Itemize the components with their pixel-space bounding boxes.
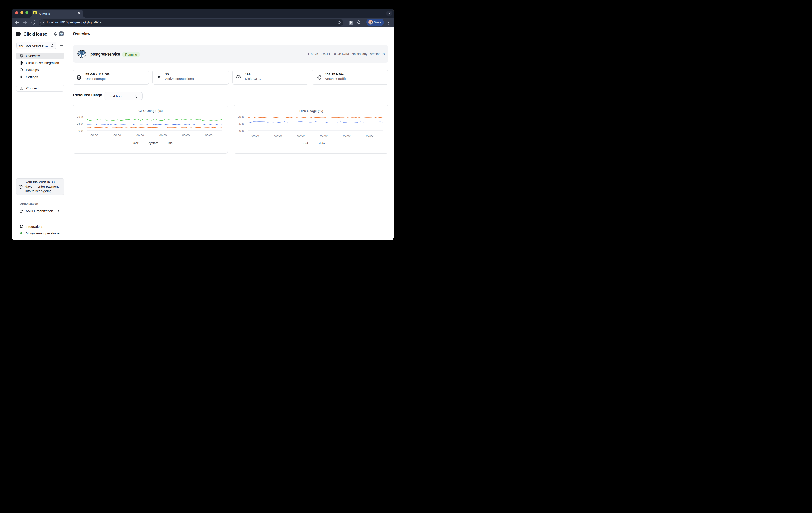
svg-text:00:00: 00:00 — [366, 134, 373, 137]
svg-text:35 %: 35 % — [238, 122, 244, 125]
svg-text:aws: aws — [19, 44, 23, 46]
svg-text:00:00: 00:00 — [205, 134, 213, 137]
svg-text:00:00: 00:00 — [297, 134, 305, 137]
svg-text:idle: idle — [168, 141, 173, 145]
svg-text:00:00: 00:00 — [113, 134, 121, 137]
svg-text:user: user — [133, 141, 139, 145]
svg-text:system: system — [149, 141, 158, 145]
svg-text:00:00: 00:00 — [320, 134, 328, 137]
svg-text:00:00: 00:00 — [274, 134, 282, 137]
svg-text:00:00: 00:00 — [251, 134, 259, 137]
svg-text:70 %: 70 % — [77, 115, 83, 118]
svg-text:data: data — [319, 142, 325, 145]
svg-text:00:00: 00:00 — [159, 134, 167, 137]
svg-text:00:00: 00:00 — [136, 134, 144, 137]
svg-text:35 %: 35 % — [77, 122, 83, 125]
svg-text:70 %: 70 % — [238, 115, 244, 118]
svg-text:0 %: 0 % — [79, 129, 84, 132]
svg-text:00:00: 00:00 — [343, 134, 351, 137]
svg-text:0 %: 0 % — [239, 129, 244, 133]
svg-text:00:00: 00:00 — [91, 134, 98, 137]
svg-text:root: root — [303, 142, 308, 145]
svg-text:00:00: 00:00 — [182, 134, 190, 137]
svg-text:Disk Usage (%): Disk Usage (%) — [299, 109, 323, 113]
svg-text:CPU Usage (%): CPU Usage (%) — [138, 109, 163, 113]
